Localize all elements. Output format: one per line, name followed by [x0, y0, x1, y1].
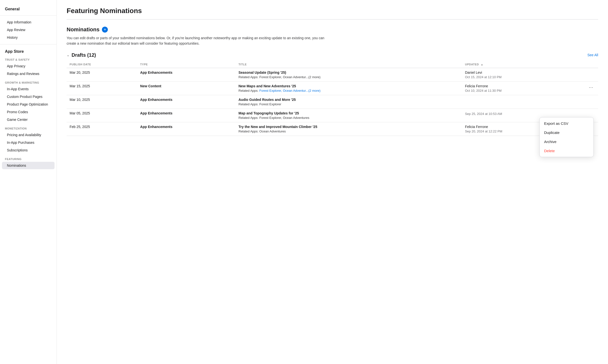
updated-info: Felicia Ferrone Oct 10, 2024 at 11:30 PM — [465, 84, 585, 92]
delete-button[interactable]: Delete — [540, 146, 593, 155]
cell-title: New Maps and New Adventures '25 Related … — [236, 81, 462, 95]
sidebar-monetization-label: MONETIZATION — [0, 124, 57, 131]
export-csv-button[interactable]: Export as CSV — [540, 119, 593, 128]
row-title: New Maps and New Adventures '25 — [239, 84, 459, 88]
sidebar-item-app-review[interactable]: App Review — [2, 26, 55, 34]
related-label: Related Apps: — [239, 102, 260, 106]
updated-date: Sep 25, 2024 at 10:53 AM — [465, 112, 595, 116]
col-updated[interactable]: UPDATED ▲ — [462, 61, 598, 68]
related-apps-link[interactable]: Forest Explorer, Ocean Adventur...(2 mor… — [259, 89, 321, 92]
cell-publish-date: Mar 15, 2025 — [67, 81, 137, 95]
row-related: Related Apps: Forest Explorer, Ocean Adv… — [239, 75, 459, 79]
row-related: Related Apps: Ocean Adventures — [239, 129, 459, 133]
sidebar-item-in-app-purchases[interactable]: In-App Purchases — [2, 139, 55, 146]
sidebar-item-custom-product-pages[interactable]: Custom Product Pages — [2, 93, 55, 100]
cell-title: Try the New and Improved Mountain Climbe… — [236, 122, 462, 136]
table-row: Mar 20, 2025 App Enhancements Seasonal U… — [67, 68, 598, 81]
table-body: Mar 20, 2025 App Enhancements Seasonal U… — [67, 68, 598, 136]
chevron-down-icon: ⌄ — [67, 53, 70, 57]
page-title: Featuring Nominations — [67, 7, 598, 15]
updated-info: Sep 25, 2024 at 10:53 AM — [465, 112, 595, 116]
sidebar-item-game-center[interactable]: Game Center — [2, 116, 55, 123]
add-nomination-button[interactable]: + — [102, 27, 108, 33]
updated-name: Daniel Levi — [465, 71, 595, 74]
nominations-section-title: Nominations — [67, 26, 99, 33]
related-label: Related Apps: — [239, 116, 260, 120]
updated-info: Daniel Levi Oct 15, 2024 at 12:10 PM — [465, 71, 595, 79]
nominations-table: PUBLISH DATE TYPE TITLE UPDATED ▲ Mar 20… — [67, 61, 598, 136]
cell-updated — [462, 95, 598, 109]
cell-type: App Enhancements — [137, 122, 235, 136]
context-menu: Export as CSV Duplicate Archive Delete — [539, 117, 594, 157]
sidebar-item-in-app-events[interactable]: In-App Events — [2, 85, 55, 93]
updated-date: Oct 15, 2024 at 12:10 PM — [465, 75, 595, 79]
row-title: Try the New and Improved Mountain Climbe… — [239, 125, 459, 129]
row-title: Seasonal Update (Spring '25) — [239, 71, 459, 74]
cell-title: Seasonal Update (Spring '25) Related App… — [236, 68, 462, 81]
col-publish-date: PUBLISH DATE — [67, 61, 137, 68]
sidebar-item-app-information[interactable]: App Information — [2, 18, 55, 26]
cell-type: App Enhancements — [137, 68, 235, 81]
cell-type: App Enhancements — [137, 109, 235, 122]
row-related: Related Apps: Forest Explorer, Ocean Adv… — [239, 89, 459, 92]
sidebar-item-promo-codes[interactable]: Promo Codes — [2, 108, 55, 116]
sidebar-divider-1 — [0, 15, 57, 16]
sidebar: General App Information App Review Histo… — [0, 0, 57, 364]
sidebar-item-product-page-optimization[interactable]: Product Page Optimization — [2, 101, 55, 108]
related-label: Related Apps: — [239, 89, 260, 92]
updated-date: Oct 10, 2024 at 11:30 PM — [465, 89, 585, 92]
drafts-title: Drafts (12) — [72, 52, 96, 58]
col-title: TITLE — [236, 61, 462, 68]
cell-updated: Felicia Ferrone Oct 10, 2024 at 11:30 PM… — [462, 81, 598, 95]
related-label: Related Apps: — [239, 129, 260, 133]
sort-arrow-icon: ▲ — [481, 63, 483, 66]
more-options-button[interactable]: ⋯ — [587, 84, 595, 91]
col-type: TYPE — [137, 61, 235, 68]
updated-cell: Daniel Levi Oct 15, 2024 at 12:10 PM — [465, 71, 595, 79]
main-content: Featuring Nominations Nominations + You … — [57, 0, 608, 364]
row-related: Related Apps: Forest Explorer — [239, 102, 459, 106]
sidebar-item-subscriptions[interactable]: Subscriptions — [2, 146, 55, 154]
table-row: Feb 25, 2025 App Enhancements Try the Ne… — [67, 122, 598, 136]
cell-publish-date: Mar 20, 2025 — [67, 68, 137, 81]
app-layout: General App Information App Review Histo… — [0, 0, 608, 364]
sidebar-item-app-privacy[interactable]: App Privacy — [2, 62, 55, 70]
cell-publish-date: Mar 05, 2025 — [67, 109, 137, 122]
nominations-description: You can edit drafts or parts of your sub… — [67, 35, 328, 46]
cell-updated: Daniel Levi Oct 15, 2024 at 12:10 PM — [462, 68, 598, 81]
table-row: Mar 05, 2025 App Enhancements Map and To… — [67, 109, 598, 122]
table-row: Mar 15, 2025 New Content New Maps and Ne… — [67, 81, 598, 95]
table-header: PUBLISH DATE TYPE TITLE UPDATED ▲ — [67, 61, 598, 68]
related-label: Related Apps: — [239, 75, 260, 79]
drafts-title-row[interactable]: ⌄ Drafts (12) — [67, 52, 96, 58]
drafts-header: ⌄ Drafts (12) See All — [67, 52, 598, 58]
cell-publish-date: Feb 25, 2025 — [67, 122, 137, 136]
nominations-header: Nominations + — [67, 26, 598, 33]
cell-title: Map and Topography Updates for '25 Relat… — [236, 109, 462, 122]
sidebar-item-ratings-reviews[interactable]: Ratings and Reviews — [2, 70, 55, 77]
sidebar-appstore-title: App Store — [0, 47, 57, 55]
updated-name: Felicia Ferrone — [465, 84, 585, 88]
see-all-link[interactable]: See All — [587, 53, 598, 57]
cell-publish-date: Mar 10, 2025 — [67, 95, 137, 109]
sidebar-general-title: General — [0, 5, 57, 12]
row-title: Map and Topography Updates for '25 — [239, 111, 459, 115]
cell-type: New Content — [137, 81, 235, 95]
sidebar-item-pricing[interactable]: Pricing and Availability — [2, 131, 55, 139]
sidebar-featuring-label: FEATURING — [0, 154, 57, 162]
table-header-row: PUBLISH DATE TYPE TITLE UPDATED ▲ — [67, 61, 598, 68]
archive-button[interactable]: Archive — [540, 137, 593, 146]
nominations-title-row: Nominations + — [67, 26, 108, 33]
duplicate-button[interactable]: Duplicate — [540, 128, 593, 137]
sidebar-growth-label: GROWTH & MARKETING — [0, 78, 57, 85]
sidebar-trust-label: TRUST & SAFETY — [0, 55, 57, 62]
row-title: Audio Guided Routes and More '25 — [239, 98, 459, 102]
sidebar-divider-2 — [0, 44, 57, 44]
sidebar-item-nominations[interactable]: Nominations — [2, 162, 55, 169]
row-related: Related Apps: Forest Explorer, Ocean Adv… — [239, 116, 459, 120]
cell-title: Audio Guided Routes and More '25 Related… — [236, 95, 462, 109]
updated-cell: Felicia Ferrone Oct 10, 2024 at 11:30 PM… — [465, 84, 595, 92]
page-divider — [67, 19, 598, 19]
sidebar-item-history[interactable]: History — [2, 34, 55, 41]
table-row: Mar 10, 2025 App Enhancements Audio Guid… — [67, 95, 598, 109]
